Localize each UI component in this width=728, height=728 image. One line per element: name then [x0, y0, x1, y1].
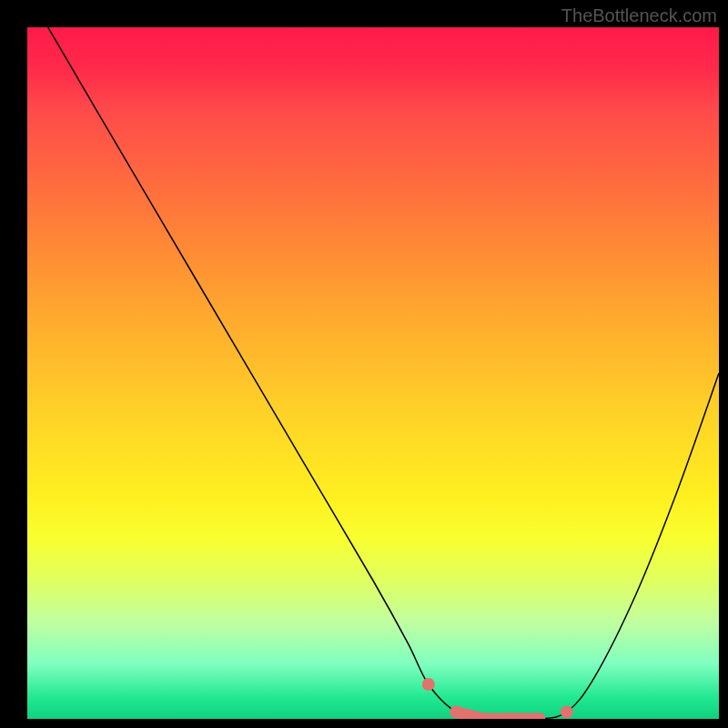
- svg-point-8: [561, 705, 573, 718]
- watermark-text: TheBottleneck.com: [561, 5, 717, 26]
- svg-point-0: [422, 678, 435, 691]
- optimal-range-markers: [422, 678, 573, 719]
- chart-svg: [27, 27, 719, 719]
- chart-plot-area: [27, 27, 719, 719]
- bottleneck-curve-line: [48, 27, 719, 719]
